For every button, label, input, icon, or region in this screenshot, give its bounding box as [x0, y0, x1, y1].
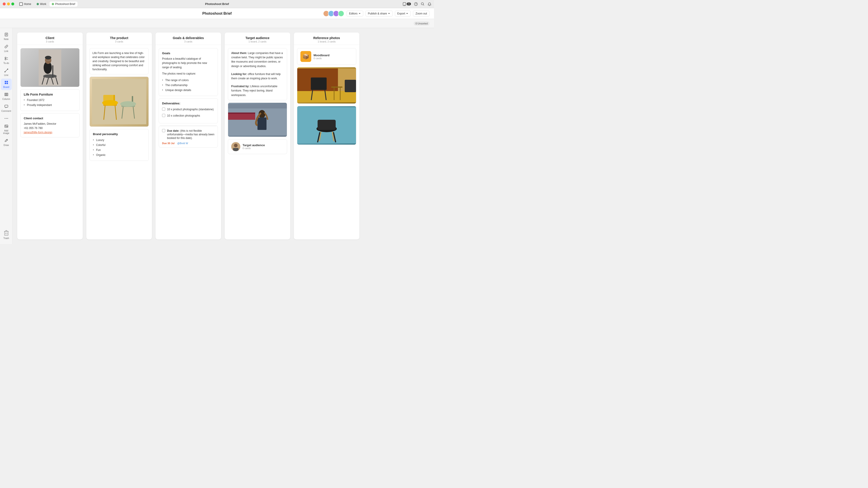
column-client-body: Life Form Furniture Founded 1972 Proudly…	[17, 45, 83, 143]
tab-bar: Home Work Photoshoot Brief	[17, 1, 78, 7]
svg-rect-32	[4, 231, 8, 235]
sidebar-item-column[interactable]: Column	[1, 91, 12, 102]
deliverable-item-1: 10 x collection photographs	[162, 113, 215, 118]
svg-point-17	[7, 69, 8, 70]
export-button[interactable]: Export	[395, 11, 411, 17]
checkbox-0[interactable]	[162, 107, 165, 111]
tab-work[interactable]: Work	[34, 2, 49, 6]
brand-bullets: Luxury Colorful Fun Organic	[93, 138, 145, 158]
chairs-image-placeholder	[90, 77, 149, 127]
checkbox-1[interactable]	[162, 114, 165, 117]
brand-personality-title: Brand personality	[93, 132, 145, 136]
svg-rect-61	[228, 113, 255, 120]
toolbar-title: Photoshoot Brief	[202, 11, 232, 15]
sidebar-item-line[interactable]: Line	[1, 67, 12, 78]
product-description: Life Form are launching a new line of hi…	[92, 51, 146, 71]
svg-rect-62	[228, 112, 255, 114]
goals-section: Goals Produce a beautiful catalogue of p…	[159, 48, 218, 96]
column-reference: Reference photos 1 board, 2 cards 📦 Mood…	[294, 33, 360, 239]
svg-rect-23	[6, 93, 7, 96]
svg-line-31	[6, 140, 7, 140]
brand-bullet-1: Colorful	[93, 142, 145, 148]
card-ta-info: About them: Large companies that have a …	[228, 48, 287, 100]
sidebar-trash[interactable]: Trash	[2, 228, 11, 241]
client-email[interactable]: james@life-form.design	[24, 131, 52, 134]
close-button[interactable]	[3, 2, 6, 5]
client-contact-phone: +61 055 76 780	[24, 126, 76, 130]
minimize-button[interactable]	[7, 2, 10, 5]
publish-share-button[interactable]: Publish & share	[366, 11, 393, 17]
svg-rect-71	[311, 77, 327, 90]
ipad-icon[interactable]: 21	[403, 2, 411, 6]
person-image-placeholder	[21, 48, 79, 87]
capture-item-1: The craftsmanship	[162, 83, 215, 88]
search-icon[interactable]	[421, 2, 425, 6]
toolbar: Photoshoot Brief Editors Publish & share…	[0, 8, 434, 19]
tab-photoshoot[interactable]: Photoshoot Brief	[50, 2, 78, 6]
titlebar-center-title: Photoshoot Brief	[205, 2, 229, 6]
sidebar-item-link[interactable]: Link	[1, 43, 12, 54]
svg-rect-53	[103, 95, 115, 103]
sidebar-item-comment[interactable]: Comment	[1, 103, 12, 114]
draw-icon	[4, 138, 8, 143]
sidebar-item-draw[interactable]: Draw	[1, 137, 12, 148]
card-moodboard: 📦 Moodboard 0 cards	[297, 48, 356, 65]
sidebar-item-todo[interactable]: To-do	[1, 55, 12, 66]
capture-item-0: The range of colors	[162, 78, 215, 83]
svg-point-16	[4, 72, 5, 72]
sidebar-column-label: Column	[2, 98, 10, 100]
svg-point-26	[4, 118, 5, 119]
client-contact-title: Client contact	[24, 117, 76, 120]
board-icon	[4, 80, 8, 85]
column-goals-title: Goals & deliverables	[159, 36, 217, 40]
svg-rect-42	[52, 65, 53, 78]
due-date-section: Due date: (this is not flexible unfortun…	[159, 126, 218, 147]
ta-board-avatar	[231, 142, 240, 151]
svg-line-6	[423, 4, 424, 5]
fullscreen-button[interactable]	[11, 2, 14, 5]
svg-rect-22	[5, 93, 6, 96]
titlebar-controls: 21 ?	[403, 2, 431, 6]
ref-chair-blue-placeholder	[297, 106, 356, 144]
sidebar-draw-label: Draw	[4, 144, 9, 147]
comment-icon	[4, 104, 8, 109]
svg-rect-81	[318, 120, 336, 130]
goals-title: Goals	[162, 52, 215, 55]
ta-about-bold: About them	[231, 52, 246, 55]
trash-icon	[3, 230, 10, 236]
sidebar-item-note[interactable]: Note	[1, 31, 12, 42]
tab-work-label: Work	[40, 2, 46, 6]
svg-point-5	[421, 2, 424, 5]
sidebar-item-more[interactable]	[1, 115, 12, 122]
svg-rect-64	[257, 118, 267, 130]
column-client-header: Client 3 cards	[17, 33, 83, 45]
work-dot	[37, 3, 39, 5]
ta-about: About them: Large companies that have a …	[231, 51, 284, 68]
breadcrumb-bar: 0 Unsorted	[0, 19, 434, 28]
sidebar-item-board[interactable]: Board	[1, 78, 12, 90]
sidebar-link-label: Link	[4, 50, 8, 53]
ta-board-subtitle: 0 cards	[243, 147, 265, 150]
column-target-title: Target audience	[228, 36, 287, 40]
ta-frustrated-bold: Frustrated by:	[231, 85, 250, 88]
tab-home[interactable]: Home	[17, 1, 33, 7]
brand-bullet-2: Fun	[93, 148, 145, 153]
bell-icon[interactable]	[428, 2, 431, 6]
card-deliverables: Deliverables: 10 x product photographs (…	[159, 98, 218, 123]
column-product-subtitle: 3 cards	[90, 40, 148, 43]
due-date-checkbox[interactable]	[162, 129, 165, 132]
sidebar-item-addimage[interactable]: Add image	[1, 122, 12, 136]
help-icon[interactable]: ?	[414, 2, 418, 6]
ta-frustrated: Frustrated by: Lifeless uncomfortable fu…	[231, 84, 284, 97]
card-ref-image-1	[297, 67, 356, 104]
svg-point-58	[120, 101, 136, 107]
ta-info-content: About them: Large companies that have a …	[228, 48, 287, 100]
card-ta-board: Target audience 0 cards	[228, 139, 287, 154]
zoom-button[interactable]: Zoom out	[413, 11, 430, 17]
addimage-icon	[4, 124, 8, 129]
deliverables-title: Deliverables:	[162, 102, 215, 105]
todo-icon	[4, 57, 8, 61]
editors-button[interactable]: Editors	[346, 11, 363, 17]
svg-rect-20	[5, 83, 6, 84]
column-target-header: Target audience 1 board, 2 cards	[225, 33, 290, 45]
